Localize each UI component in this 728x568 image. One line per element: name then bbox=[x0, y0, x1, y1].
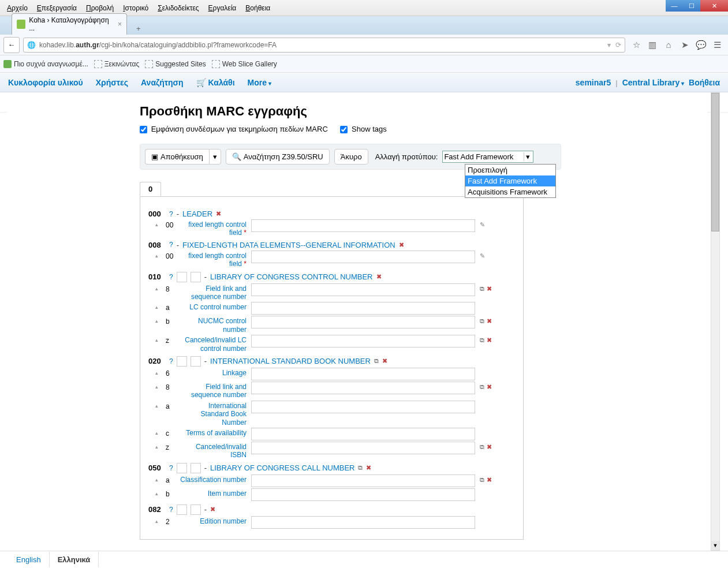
reload-icon[interactable]: ⟳ bbox=[615, 41, 621, 49]
clone-tag-icon[interactable]: ⧉ bbox=[358, 464, 363, 472]
tab-close-icon[interactable]: × bbox=[118, 20, 122, 28]
delete-subfield-icon[interactable]: ✖ bbox=[487, 383, 492, 391]
delete-tag-icon[interactable]: ✖ bbox=[376, 273, 382, 281]
save-dropdown-button[interactable]: ▾ bbox=[209, 149, 221, 165]
home-icon[interactable]: ⌂ bbox=[663, 40, 674, 50]
window-maximize-button[interactable]: ☐ bbox=[683, 0, 700, 12]
delete-subfield-icon[interactable]: ✖ bbox=[487, 337, 492, 344]
window-minimize-button[interactable]: — bbox=[666, 0, 683, 12]
browser-tab-active[interactable]: Koha › Καταλογογράφηση ... × bbox=[12, 13, 127, 35]
indicator-2-input[interactable] bbox=[191, 505, 201, 515]
os-menu-item[interactable]: Σελιδοδείκτες bbox=[153, 2, 203, 14]
clone-subfield-icon[interactable]: ⧉ bbox=[480, 337, 484, 344]
subfield-input[interactable] bbox=[251, 442, 475, 454]
vertical-scrollbar[interactable]: ▲ ▼ bbox=[711, 92, 720, 551]
new-tab-button[interactable]: + bbox=[132, 23, 145, 35]
indicator-2-input[interactable] bbox=[191, 272, 201, 282]
subfield-input[interactable] bbox=[251, 302, 475, 315]
subfield-label[interactable]: Canceled/invalid LC control number bbox=[178, 335, 247, 353]
nav-circulation[interactable]: Κυκλοφορία υλικού bbox=[8, 78, 83, 87]
delete-subfield-icon[interactable]: ✖ bbox=[487, 317, 492, 325]
collapse-icon[interactable]: ▴ bbox=[155, 219, 161, 227]
scroll-thumb[interactable] bbox=[711, 93, 719, 231]
edit-subfield-icon[interactable]: ✎ bbox=[480, 221, 485, 229]
subfield-input[interactable] bbox=[251, 382, 475, 394]
subfield-label[interactable]: Field link and sequence number bbox=[178, 382, 247, 399]
collapse-icon[interactable]: ▴ bbox=[155, 401, 161, 409]
os-menu-item[interactable]: Επεξεργασία bbox=[32, 2, 81, 14]
help-icon[interactable]: ? bbox=[169, 210, 173, 218]
bookmark-suggested[interactable]: Suggested Sites bbox=[145, 60, 206, 68]
collapse-icon[interactable]: ▴ bbox=[155, 474, 161, 483]
clone-subfield-icon[interactable]: ⧉ bbox=[480, 383, 484, 391]
marc-tab-0[interactable]: 0 bbox=[140, 182, 161, 196]
subfield-label[interactable]: International Standard Book Number bbox=[178, 401, 247, 427]
subfield-input[interactable] bbox=[251, 401, 475, 413]
indicator-2-input[interactable] bbox=[191, 463, 201, 473]
z3950-search-button[interactable]: 🔍 Αναζήτηση Z39.50/SRU bbox=[226, 149, 330, 165]
nav-library-dropdown[interactable]: Central Library bbox=[622, 78, 684, 87]
checkbox-show-tags[interactable]: Show tags bbox=[340, 125, 386, 133]
collapse-icon[interactable]: ▴ bbox=[155, 488, 161, 496]
cancel-button[interactable]: Άκυρο bbox=[334, 149, 368, 165]
subfield-label[interactable]: fixed length control field * bbox=[178, 251, 247, 268]
clone-subfield-icon[interactable]: ⧉ bbox=[480, 443, 484, 451]
clone-subfield-icon[interactable]: ⧉ bbox=[480, 476, 484, 484]
window-close-button[interactable]: ✕ bbox=[700, 0, 728, 12]
scroll-down-arrow-icon[interactable]: ▼ bbox=[711, 541, 719, 550]
lang-english[interactable]: English bbox=[8, 552, 49, 567]
marc-tag-desc[interactable]: LEADER bbox=[182, 210, 212, 218]
dropdown-icon[interactable]: ▾ bbox=[607, 41, 611, 49]
delete-tag-icon[interactable]: ✖ bbox=[210, 506, 215, 513]
subfield-label[interactable]: Terms of availability bbox=[178, 428, 247, 437]
hamburger-menu-icon[interactable]: ☰ bbox=[712, 40, 722, 50]
indicator-1-input[interactable] bbox=[177, 272, 187, 282]
subfield-input[interactable] bbox=[251, 283, 475, 296]
subfield-input[interactable] bbox=[251, 488, 475, 501]
subfield-label[interactable]: Classification number bbox=[178, 474, 247, 484]
delete-subfield-icon[interactable]: ✖ bbox=[487, 285, 492, 293]
subfield-input[interactable] bbox=[251, 516, 475, 529]
subfield-label[interactable]: fixed length control field * bbox=[178, 219, 247, 237]
collapse-icon[interactable]: ▴ bbox=[155, 368, 161, 376]
chat-icon[interactable]: 💬 bbox=[696, 40, 706, 50]
send-icon[interactable]: ➤ bbox=[680, 40, 690, 50]
help-icon[interactable]: ? bbox=[169, 357, 173, 365]
bookmark-webslice[interactable]: Web Slice Gallery bbox=[212, 60, 277, 68]
nav-patrons[interactable]: Χρήστες bbox=[96, 78, 128, 87]
subfield-input[interactable] bbox=[251, 251, 475, 263]
collapse-icon[interactable]: ▴ bbox=[155, 428, 161, 436]
nav-cart[interactable]: 🛒 Καλάθι bbox=[196, 78, 235, 87]
collapse-icon[interactable]: ▴ bbox=[155, 382, 161, 390]
subfield-input[interactable] bbox=[251, 428, 475, 440]
subfield-label[interactable]: Edition number bbox=[178, 516, 247, 525]
nav-search[interactable]: Αναζήτηση bbox=[141, 78, 184, 87]
nav-help[interactable]: Βοήθεια bbox=[689, 78, 720, 87]
nav-more-dropdown[interactable]: More bbox=[248, 78, 271, 87]
framework-option-acquisitions[interactable]: Acquisitions Framework bbox=[465, 186, 555, 197]
framework-select[interactable]: Fast Add Framework ▾ bbox=[442, 151, 533, 163]
subfield-label[interactable]: Item number bbox=[178, 488, 247, 498]
delete-tag-icon[interactable]: ✖ bbox=[216, 210, 221, 218]
clone-subfield-icon[interactable]: ⧉ bbox=[480, 285, 484, 293]
marc-tag-desc[interactable]: LIBRARY OF CONGRESS CONTROL NUMBER bbox=[210, 272, 372, 281]
collapse-icon[interactable]: ▴ bbox=[155, 335, 161, 343]
subfield-input[interactable] bbox=[251, 316, 475, 328]
subfield-label[interactable]: Linkage bbox=[178, 368, 247, 377]
delete-tag-icon[interactable]: ✖ bbox=[382, 357, 387, 365]
collapse-icon[interactable]: ▴ bbox=[155, 302, 161, 310]
help-icon[interactable]: ? bbox=[169, 464, 173, 472]
framework-option-fastadd[interactable]: Fast Add Framework bbox=[465, 175, 555, 186]
marc-tag-desc[interactable]: FIXED-LENGTH DATA ELEMENTS--GENERAL INFO… bbox=[182, 241, 395, 249]
checkbox-marc-links[interactable]: Εμφάνιση συνδέσμων για τεκμηρίωση πεδίων… bbox=[140, 125, 328, 133]
indicator-1-input[interactable] bbox=[177, 505, 187, 515]
os-menu-item[interactable]: Προβολή bbox=[81, 2, 118, 14]
help-icon[interactable]: ? bbox=[169, 273, 173, 281]
subfield-label[interactable]: Field link and sequence number bbox=[178, 283, 247, 301]
library-icon[interactable]: ▥ bbox=[647, 40, 658, 50]
indicator-2-input[interactable] bbox=[191, 356, 201, 367]
marc-tag-desc[interactable]: INTERNATIONAL STANDARD BOOK NUMBER bbox=[210, 357, 371, 365]
clone-subfield-icon[interactable]: ⧉ bbox=[480, 317, 484, 325]
collapse-icon[interactable]: ▴ bbox=[155, 516, 161, 524]
subfield-label[interactable]: Canceled/invalid ISBN bbox=[178, 442, 247, 459]
